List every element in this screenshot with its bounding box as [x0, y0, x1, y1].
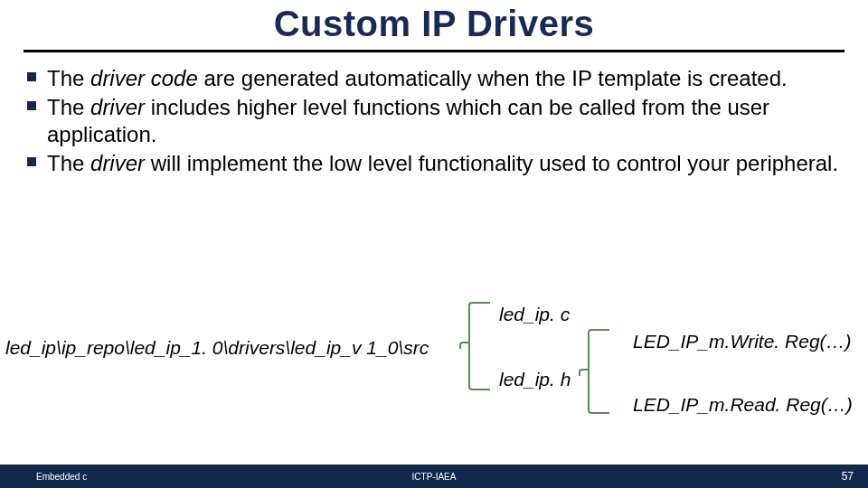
bullet-icon	[27, 101, 36, 110]
brace-icon	[468, 302, 490, 345]
bullet-icon	[27, 157, 36, 166]
slide-number: 57	[842, 470, 854, 483]
footer-left: Embedded c	[36, 472, 87, 482]
file-c: led_ip. c	[499, 304, 570, 325]
brace-icon	[579, 369, 590, 376]
bullet-1: The driver code are generated automatica…	[25, 65, 843, 92]
brace-icon	[468, 345, 490, 390]
function-read: LED_IP_m.Read. Reg(…)	[633, 394, 853, 416]
bullet-text: The driver code are generated automatica…	[47, 66, 788, 90]
file-h: led_ip. h	[499, 369, 571, 390]
file-tree-diagram: led_ip\ip_repo\led_ip_1. 0\drivers\led_i…	[0, 296, 868, 432]
driver-src-path: led_ip\ip_repo\led_ip_1. 0\drivers\led_i…	[5, 337, 429, 359]
body-text: The driver code are generated automatica…	[0, 52, 868, 177]
footer-center: ICTP-IAEA	[0, 472, 868, 482]
bullet-3: The driver will implement the low level …	[25, 150, 843, 177]
brace-icon	[588, 329, 609, 372]
bullet-text: The driver includes higher level functio…	[47, 95, 769, 146]
bullet-icon	[27, 72, 36, 81]
bullet-2: The driver includes higher level functio…	[25, 94, 843, 148]
function-write: LED_IP_m.Write. Reg(…)	[633, 331, 852, 352]
bullet-text: The driver will implement the low level …	[47, 151, 838, 175]
slide-title: Custom IP Drivers	[274, 4, 595, 44]
brace-icon	[588, 372, 609, 414]
slide-footer: Embedded c ICTP-IAEA 57	[0, 465, 868, 488]
brace-icon	[459, 342, 470, 349]
